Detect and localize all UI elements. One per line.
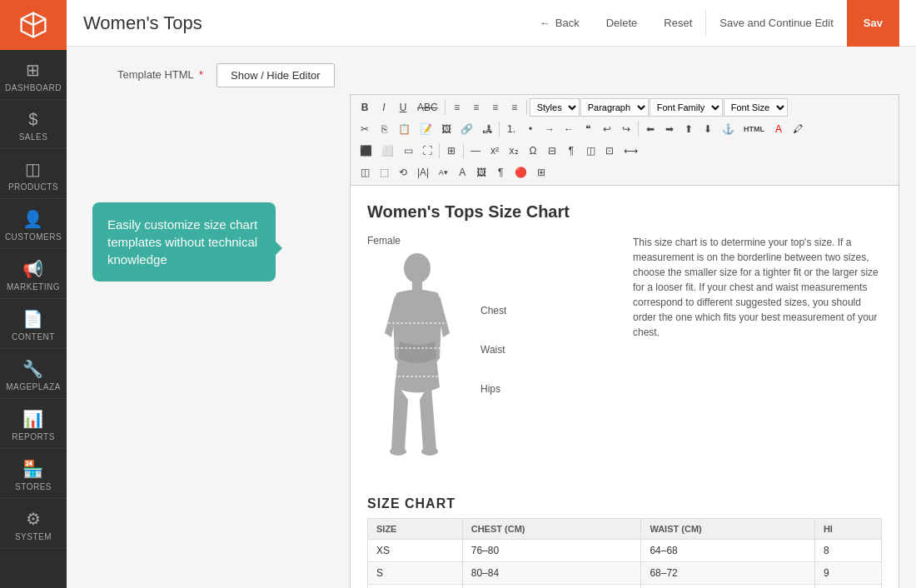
stores-icon: 🏪: [22, 459, 44, 479]
row4-btn9[interactable]: 🔴: [510, 163, 531, 182]
sidebar-item-sales[interactable]: $ SALES: [0, 100, 67, 149]
insert-img2-button[interactable]: 🏞: [478, 120, 496, 138]
source-btn[interactable]: ⬛: [356, 142, 376, 160]
special-char-btn[interactable]: Ω: [524, 142, 542, 160]
insert-html-button[interactable]: HTML: [739, 120, 769, 138]
row4-btn4[interactable]: |A|: [413, 163, 433, 182]
back-button[interactable]: ← Back: [526, 10, 593, 36]
align-left-button[interactable]: ≡: [448, 98, 466, 117]
more-btn-3[interactable]: ⬆: [680, 120, 698, 138]
align-right-button[interactable]: ≡: [486, 98, 505, 117]
fullscreen-btn[interactable]: ⛶: [418, 142, 436, 160]
editor-toolbar: B I U ABC ≡ ≡ ≡ ≡ Styles: [351, 95, 899, 186]
paste-text-button[interactable]: 📝: [416, 120, 436, 138]
italic-button[interactable]: I: [375, 98, 393, 117]
sidebar-item-stores[interactable]: 🏪 STORES: [0, 449, 67, 499]
row4-btn5[interactable]: A▾: [434, 163, 452, 182]
content-icon: 📄: [22, 309, 44, 329]
sidebar-item-reports[interactable]: 📊 REPORTS: [0, 399, 67, 449]
copy-button[interactable]: ⎘: [375, 120, 393, 138]
superscript-btn[interactable]: x²: [485, 142, 504, 160]
align-center-button[interactable]: ≡: [467, 98, 485, 117]
toolbar-row-4: ◫ ⬚ ⟲ |A| A▾ A 🖼 ¶ 🔴 ⊞: [356, 163, 894, 182]
row4-btn1[interactable]: ◫: [356, 163, 374, 182]
save-button[interactable]: Sav: [847, 0, 899, 47]
sidebar-item-system[interactable]: ⚙ SYSTEM: [0, 499, 67, 549]
show-blocks-btn[interactable]: ¶: [562, 142, 580, 160]
ordered-list-button[interactable]: 1.: [502, 120, 520, 138]
row4-btn10[interactable]: ⊞: [532, 163, 550, 182]
bold-button[interactable]: B: [356, 98, 374, 117]
topbar-actions: ← Back Delete Reset Save and Continue Ed…: [526, 0, 899, 47]
align-justify-button[interactable]: ≡: [505, 98, 524, 117]
font-family-select[interactable]: Font Family: [650, 98, 723, 117]
chart-description: This size chart is to determine your top…: [633, 235, 882, 483]
sidebar-item-customers[interactable]: 👤 CUSTOMERS: [0, 199, 67, 249]
editor-container: B I U ABC ≡ ≡ ≡ ≡ Styles: [350, 94, 899, 588]
sidebar-item-marketing[interactable]: 📢 MARKETING: [0, 249, 67, 299]
row4-btn3[interactable]: ⟲: [394, 163, 412, 182]
redo-button[interactable]: ↪: [617, 120, 635, 138]
row4-btn6[interactable]: A: [453, 163, 471, 182]
toolbar-divider: [439, 143, 440, 158]
col-waist: WAIST (CM): [641, 519, 815, 540]
blockquote-button[interactable]: ❝: [579, 120, 597, 138]
underline-button[interactable]: U: [394, 98, 412, 117]
table-btn[interactable]: ⊞: [442, 142, 460, 160]
extra-btn1[interactable]: ◫: [581, 142, 600, 160]
sidebar: ⊞ DASHBOARD $ SALES ◫ PRODUCTS 👤 CUSTOME…: [0, 0, 67, 588]
back-arrow-icon: ←: [540, 17, 550, 29]
sales-icon: $: [28, 110, 38, 129]
show-hide-editor-button[interactable]: Show / Hide Editor: [217, 63, 335, 87]
sidebar-item-label: MAGEPLAZA: [6, 382, 61, 391]
more-btn-2[interactable]: ➡: [660, 120, 679, 138]
insert-image-button[interactable]: 🖼: [437, 120, 456, 138]
styles-select[interactable]: Styles: [530, 98, 580, 117]
more-btn-1[interactable]: ⬅: [641, 120, 660, 138]
page-title: Women's Tops: [83, 12, 526, 34]
insert-anchor[interactable]: ⚓: [718, 120, 739, 138]
resize-btn[interactable]: ⟷: [620, 142, 642, 160]
subscript-btn[interactable]: x₂: [505, 142, 523, 160]
bg-color-button[interactable]: 🖍: [789, 120, 807, 138]
template-html-row: Template HTML * Show / Hide Editor B I U…: [83, 63, 899, 588]
row4-btn2[interactable]: ⬚: [375, 163, 393, 182]
more-btn-4[interactable]: ⬇: [699, 120, 717, 138]
sidebar-item-mageplaza[interactable]: 🔧 MAGEPLAZA: [0, 349, 67, 399]
text-color-button[interactable]: A: [769, 120, 788, 138]
sidebar-item-label: STORES: [15, 482, 52, 491]
font-size-select[interactable]: Font Size: [724, 98, 788, 117]
extra-btn2[interactable]: ⊡: [600, 142, 619, 160]
indent-button[interactable]: →: [540, 120, 559, 138]
template-btn[interactable]: ▭: [399, 142, 417, 160]
main-content: Women's Tops ← Back Delete Reset Save an…: [67, 0, 916, 588]
sidebar-item-label: SYSTEM: [15, 532, 52, 541]
preview-btn[interactable]: ⬜: [377, 142, 398, 160]
row4-btn8[interactable]: ¶: [491, 163, 510, 182]
undo-button[interactable]: ↩: [598, 120, 616, 138]
insert-link-button[interactable]: 🔗: [456, 120, 477, 138]
marketing-icon: 📢: [22, 259, 44, 279]
table-header-row: Size CHEST (CM) WAIST (CM) HI: [368, 519, 882, 540]
table-row: S80–8468–729: [368, 562, 882, 585]
sidebar-item-dashboard[interactable]: ⊞ DASHBOARD: [0, 50, 67, 100]
sidebar-item-content[interactable]: 📄 CONTENT: [0, 299, 67, 349]
strikethrough-button[interactable]: ABC: [413, 98, 442, 117]
unordered-list-button[interactable]: •: [521, 120, 540, 138]
outdent-button[interactable]: ←: [560, 120, 578, 138]
sidebar-item-products[interactable]: ◫ PRODUCTS: [0, 149, 67, 199]
paragraph-select[interactable]: Paragraph: [580, 98, 649, 117]
hr-btn[interactable]: —: [466, 142, 485, 160]
sidebar-item-label: REPORTS: [12, 432, 55, 441]
paste-button[interactable]: 📋: [394, 120, 415, 138]
delete-button[interactable]: Delete: [593, 10, 651, 36]
save-continue-button[interactable]: Save and Continue Edit: [705, 10, 847, 36]
size-table-section: SIZE CHART Size CHEST (CM) WAIST (CM) HI: [367, 496, 882, 588]
row4-btn7[interactable]: 🖼: [472, 163, 490, 182]
cut-button[interactable]: ✂: [356, 120, 374, 138]
size-table: Size CHEST (CM) WAIST (CM) HI XS76–8064–…: [367, 518, 882, 588]
waist-label: Waist: [480, 344, 506, 356]
reset-button[interactable]: Reset: [650, 10, 705, 36]
page-break-btn[interactable]: ⊟: [543, 142, 561, 160]
topbar: Women's Tops ← Back Delete Reset Save an…: [67, 0, 916, 47]
